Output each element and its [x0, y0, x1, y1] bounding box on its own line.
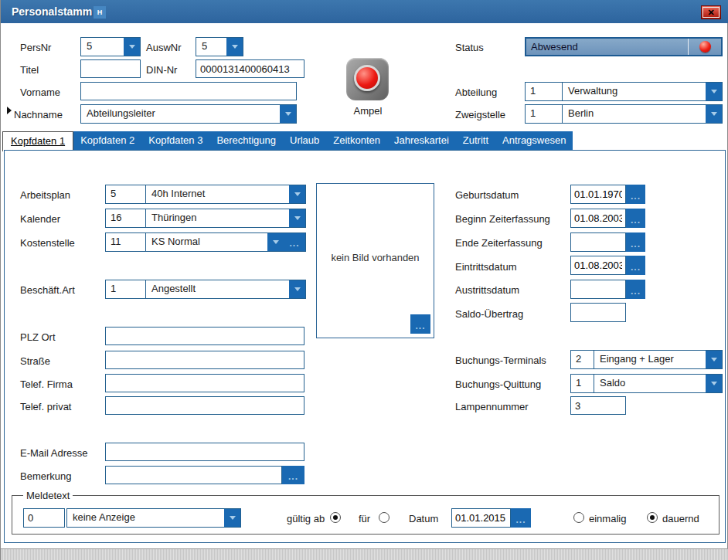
abteilung-combobox[interactable]: 1 Verwaltung [525, 82, 723, 101]
endezeit-picker-button[interactable]: ... [626, 232, 645, 252]
meldetext-number-input[interactable] [23, 508, 65, 528]
nachname-combobox[interactable]: Abteilungsleiter [80, 104, 297, 124]
close-button[interactable]: ✕ [701, 5, 721, 19]
status-lamp-button[interactable] [689, 39, 721, 55]
tab-kopfdaten-3[interactable]: Kopfdaten 3 [141, 131, 209, 150]
quittung-number[interactable]: 1 [571, 375, 594, 392]
endezeit-field: ... [570, 232, 645, 252]
arbeitsplan-dropdown-button[interactable] [289, 185, 305, 203]
auswnr-dropdown-button[interactable] [226, 38, 243, 56]
kostenstelle-combobox[interactable]: 11 KS Normal ... [105, 232, 306, 252]
auswnr-label: AuswNr [146, 42, 182, 53]
gueltig-ab-radio[interactable] [330, 512, 341, 523]
abteilung-number[interactable]: 1 [526, 83, 563, 100]
datum-input[interactable] [451, 508, 511, 528]
saldo-input[interactable] [570, 303, 626, 322]
nachname-dropdown-button[interactable] [280, 105, 296, 123]
terminals-number[interactable]: 2 [571, 351, 594, 368]
dauernd-radio[interactable] [647, 512, 658, 523]
chevron-down-icon [294, 216, 301, 220]
chevron-down-icon [294, 287, 301, 291]
meldetext-legend: Meldetext [23, 490, 73, 501]
quittung-dropdown-button[interactable] [706, 375, 722, 392]
abteilung-dropdown-button[interactable] [706, 83, 722, 100]
kalender-number[interactable]: 16 [106, 209, 146, 227]
meldetext-dropdown-button[interactable] [224, 509, 240, 527]
lampe-label: Lampennummer [455, 401, 529, 412]
beginnzeit-picker-button[interactable]: ... [626, 209, 645, 228]
bemerkung-input[interactable] [105, 466, 282, 484]
endezeit-input[interactable] [570, 232, 626, 252]
endezeit-label: Ende Zeiterfassung [455, 237, 543, 249]
kostenstelle-browse-button[interactable]: ... [284, 233, 305, 251]
auswnr-combobox[interactable]: 5 [196, 37, 243, 56]
fuer-label: für [359, 513, 370, 524]
red-lamp-icon [699, 41, 711, 53]
persnr-combobox[interactable]: 5 [80, 37, 141, 56]
window-title: Personalstamm [12, 0, 92, 23]
beschaeftart-label: Beschäft.Art [20, 284, 75, 296]
vorname-input[interactable] [80, 82, 297, 100]
eintritt-input[interactable] [570, 256, 626, 275]
einmalig-radio[interactable] [573, 512, 584, 523]
lampe-input[interactable] [570, 396, 626, 415]
datum-field: ... [451, 508, 531, 528]
teleffirma-input[interactable] [105, 374, 304, 392]
email-input[interactable] [105, 443, 304, 461]
meldetext-combobox[interactable]: keine Anzeige [66, 508, 241, 528]
austritt-picker-button[interactable]: ... [626, 280, 645, 299]
beginnzeit-label: Beginn Zeiterfassung [455, 213, 550, 225]
arbeitsplan-combobox[interactable]: 5 40h Internet [105, 185, 306, 204]
strasse-label: Straße [20, 355, 50, 367]
terminals-label: Buchungs-Terminals [455, 355, 546, 366]
abteilung-value: Verwaltung [563, 83, 706, 100]
dinnr-input[interactable] [196, 59, 304, 78]
kalender-combobox[interactable]: 16 Thüringen [105, 209, 306, 228]
tab-zeitkonten[interactable]: Zeitkonten [326, 131, 387, 150]
chevron-down-icon [711, 358, 717, 361]
zweigstelle-dropdown-button[interactable] [706, 105, 722, 123]
austritt-field: ... [570, 280, 645, 299]
plzort-input[interactable] [105, 327, 304, 345]
chevron-down-icon [232, 45, 238, 49]
tab-jahreskartei[interactable]: Jahreskartei [387, 131, 456, 150]
austritt-input[interactable] [570, 280, 626, 299]
beschaeftart-dropdown-button[interactable] [289, 280, 305, 298]
titel-input[interactable] [80, 59, 141, 78]
arbeitsplan-number[interactable]: 5 [106, 185, 146, 203]
eintritt-field: ... [570, 256, 645, 275]
telefprivat-input[interactable] [105, 396, 304, 415]
photo-browse-button[interactable]: ... [410, 314, 430, 334]
zweigstelle-number[interactable]: 1 [526, 105, 563, 123]
geburtsdatum-picker-button[interactable]: ... [626, 185, 645, 204]
bemerkung-browse-button[interactable]: ... [282, 466, 304, 484]
gueltig-ab-label: gültig ab [287, 513, 325, 524]
kalender-value: Thüringen [146, 209, 289, 227]
zweigstelle-combobox[interactable]: 1 Berlin [525, 104, 723, 124]
quittung-combobox[interactable]: 1 Saldo [570, 374, 723, 393]
datum-picker-button[interactable]: ... [511, 508, 531, 528]
eintritt-picker-button[interactable]: ... [626, 256, 645, 275]
tab-kopfdaten-2[interactable]: Kopfdaten 2 [73, 131, 141, 150]
datum-label: Datum [409, 513, 438, 524]
strasse-input[interactable] [105, 351, 304, 369]
tab-urlaub[interactable]: Urlaub [283, 131, 326, 150]
beschaeftart-number[interactable]: 1 [106, 280, 146, 298]
beginnzeit-input[interactable] [570, 209, 626, 228]
tab-antragswesen[interactable]: Antragswesen [495, 131, 573, 150]
fuer-radio[interactable] [379, 512, 390, 523]
tab-bar: Kopfdaten 1 Kopfdaten 2 Kopfdaten 3 Bere… [2, 131, 573, 151]
terminals-dropdown-button[interactable] [706, 351, 722, 368]
persnr-dropdown-button[interactable] [124, 38, 140, 56]
tab-kopfdaten-1[interactable]: Kopfdaten 1 [2, 131, 73, 151]
kostenstelle-number[interactable]: 11 [106, 233, 146, 251]
tab-berechtigung[interactable]: Berechtigung [209, 131, 283, 150]
tab-zutritt[interactable]: Zutritt [456, 131, 495, 150]
kalender-dropdown-button[interactable] [289, 209, 305, 227]
terminals-combobox[interactable]: 2 Eingang + Lager [570, 350, 723, 369]
geburtsdatum-input[interactable] [570, 185, 626, 204]
ampel-button[interactable] [346, 58, 389, 100]
beschaeftart-combobox[interactable]: 1 Angestellt [105, 280, 306, 299]
traffic-light-icon [354, 65, 380, 91]
kostenstelle-dropdown-button[interactable] [267, 233, 284, 251]
